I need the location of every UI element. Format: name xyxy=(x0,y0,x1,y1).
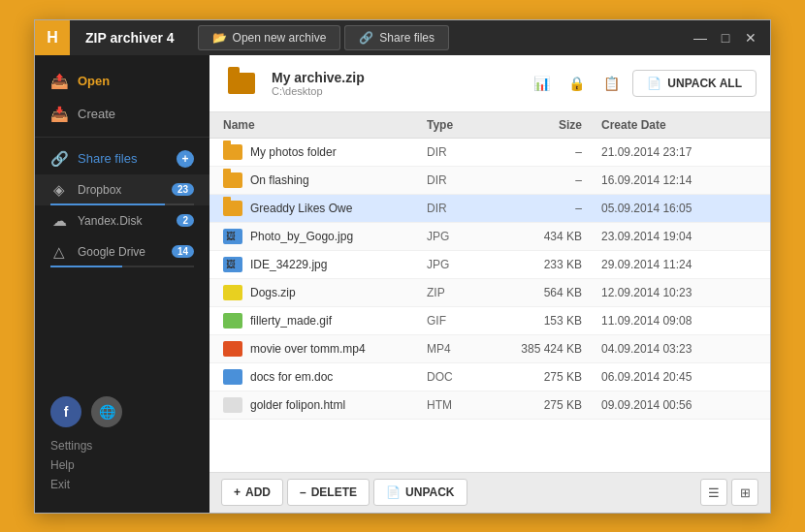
open-icon: 📤 xyxy=(50,73,68,90)
file-type-icon xyxy=(223,340,242,358)
file-type-icon xyxy=(223,200,242,217)
file-type-icon xyxy=(223,312,242,329)
file-size: 233 KB xyxy=(504,258,601,271)
file-name: Photo_by_Gogo.jpg xyxy=(250,230,353,243)
file-name-cell: movie over tomm.mp4 xyxy=(223,340,427,358)
sidebar-item-yandex[interactable]: ☁ Yandex.Disk 2 xyxy=(35,205,209,236)
table-row[interactable]: IDE_34229.jpg JPG 233 KB 29.09.2014 11:2… xyxy=(209,251,770,279)
minimize-button[interactable]: — xyxy=(691,30,710,46)
col-size: Size xyxy=(504,118,601,132)
file-date: 16.09.2014 12:14 xyxy=(601,173,757,187)
help-link[interactable]: Help xyxy=(50,458,194,472)
lock-icon[interactable]: 🔒 xyxy=(563,70,590,97)
file-type: DIR xyxy=(427,145,504,159)
file-type-icon xyxy=(223,143,242,161)
info-icon[interactable]: 📋 xyxy=(597,70,625,97)
doc-icon xyxy=(223,369,242,385)
file-size: – xyxy=(504,202,601,215)
file-date: 23.09.2014 19:04 xyxy=(601,230,757,243)
add-share-button[interactable]: + xyxy=(177,150,194,168)
table-row[interactable]: On flashing DIR – 16.09.2014 12:14 xyxy=(209,167,770,195)
table-row[interactable]: golder folipon.html HTM 275 KB 09.09.201… xyxy=(209,391,770,420)
file-type: MP4 xyxy=(427,342,504,356)
sidebar-item-share-files[interactable]: 🔗 Share files + xyxy=(35,143,209,174)
table-row[interactable]: docs for em.doc DOC 275 KB 06.09.2014 20… xyxy=(209,363,770,391)
table-row[interactable]: Photo_by_Gogo.jpg JPG 434 KB 23.09.2014 … xyxy=(209,223,770,251)
file-size: – xyxy=(504,145,601,159)
col-type: Type xyxy=(427,118,504,132)
file-list-header: Name Type Size Create Date xyxy=(209,112,770,139)
delete-button[interactable]: – DELETE xyxy=(287,479,370,506)
table-row[interactable]: Dogs.zip ZIP 564 KB 12.09.2014 10:23 xyxy=(209,279,770,307)
table-row[interactable]: fillerty_made.gif GIF 153 KB 11.09.2014 … xyxy=(209,307,770,335)
content-wrapper: My photos folder DIR – 21.09.2014 23:17 … xyxy=(209,139,770,472)
dropbox-icon: ◈ xyxy=(50,181,68,199)
archive-icon xyxy=(223,65,260,102)
sidebar-item-dropbox[interactable]: ◈ Dropbox 23 xyxy=(35,174,209,205)
zip-icon xyxy=(223,285,242,300)
file-name: golder folipon.html xyxy=(250,398,345,412)
add-button[interactable]: + ADD xyxy=(221,479,283,506)
google-progress xyxy=(50,266,194,267)
mp4-icon xyxy=(223,341,242,357)
file-name: IDE_34229.jpg xyxy=(250,258,327,271)
table-row[interactable]: My photos folder DIR – 21.09.2014 23:17 xyxy=(209,139,770,167)
file-name: My photos folder xyxy=(250,145,337,159)
maximize-button[interactable]: □ xyxy=(716,30,735,46)
file-name-cell: golder folipon.html xyxy=(223,396,427,414)
bottom-toolbar: + ADD – DELETE 📄 UNPACK ☰ ⊞ xyxy=(209,472,770,513)
file-type: ZIP xyxy=(427,286,504,299)
col-name: Name xyxy=(223,118,427,132)
archive-header: My archive.zip C:\desktop 📊 🔒 📋 📄 UNPACK… xyxy=(209,55,770,112)
table-row[interactable]: Greaddy Likes Owe DIR – 05.09.2014 16:05 xyxy=(209,195,770,223)
website-icon[interactable]: 🌐 xyxy=(91,396,122,427)
sidebar-item-open[interactable]: 📤 Open xyxy=(35,65,209,98)
plus-icon: + xyxy=(234,485,241,499)
file-type-icon xyxy=(223,368,242,386)
exit-link[interactable]: Exit xyxy=(50,478,194,491)
share-icon: 🔗 xyxy=(50,150,68,168)
unpack-button[interactable]: 📄 UNPACK xyxy=(373,479,467,506)
close-button[interactable]: ✕ xyxy=(741,30,760,46)
sidebar-item-create[interactable]: 📥 Create xyxy=(35,98,209,131)
yandex-icon: ☁ xyxy=(50,212,68,230)
file-date: 04.09.2014 03:23 xyxy=(601,342,757,356)
unpack-all-button[interactable]: 📄 UNPACK ALL xyxy=(632,70,757,97)
sidebar-item-google[interactable]: △ Google Drive 14 xyxy=(35,236,209,267)
file-name-cell: docs for em.doc xyxy=(223,368,427,386)
file-size: 385 424 KB xyxy=(504,342,601,356)
minus-icon: – xyxy=(300,485,306,499)
file-name-cell: IDE_34229.jpg xyxy=(223,256,427,273)
window-controls: — □ ✕ xyxy=(691,30,770,46)
content-area: My archive.zip C:\desktop 📊 🔒 📋 📄 UNPACK… xyxy=(209,55,770,513)
app-title: ZIP archiver 4 xyxy=(70,30,190,46)
file-size: 153 KB xyxy=(504,314,601,328)
file-name: docs for em.doc xyxy=(250,370,333,384)
file-type-icon xyxy=(223,284,242,301)
dir-icon xyxy=(223,172,242,188)
titlebar: H ZIP archiver 4 📂 Open new archive 🔗 Sh… xyxy=(35,20,770,55)
grid-view-button[interactable]: ⊞ xyxy=(731,479,758,506)
list-view-button[interactable]: ☰ xyxy=(700,479,727,506)
archive-name: My archive.zip xyxy=(272,70,516,85)
table-row[interactable]: movie over tomm.mp4 MP4 385 424 KB 04.09… xyxy=(209,335,770,363)
facebook-icon[interactable]: f xyxy=(50,396,81,427)
main-content: 📤 Open 📥 Create 🔗 Share files + ◈ Dropbo… xyxy=(35,55,770,513)
main-window: H ZIP archiver 4 📂 Open new archive 🔗 Sh… xyxy=(34,19,771,514)
file-name: Dogs.zip xyxy=(250,286,296,299)
stats-icon[interactable]: 📊 xyxy=(528,70,555,97)
file-name-cell: fillerty_made.gif xyxy=(223,312,427,329)
dir-icon xyxy=(223,144,242,160)
yandex-badge: 2 xyxy=(177,214,194,227)
file-name-cell: Greaddy Likes Owe xyxy=(223,200,427,217)
file-list-body[interactable]: My photos folder DIR – 21.09.2014 23:17 … xyxy=(209,139,770,472)
file-name: movie over tomm.mp4 xyxy=(250,342,366,356)
html-icon xyxy=(223,397,242,413)
share-files-button[interactable]: 🔗 Share files xyxy=(344,25,449,50)
open-archive-button[interactable]: 📂 Open new archive xyxy=(198,25,341,50)
img-icon xyxy=(223,257,242,272)
settings-link[interactable]: Settings xyxy=(50,439,194,453)
sidebar-nav: 📤 Open 📥 Create 🔗 Share files + ◈ Dropbo… xyxy=(35,55,209,277)
archive-path: C:\desktop xyxy=(272,85,516,97)
file-name: Greaddy Likes Owe xyxy=(250,202,352,215)
